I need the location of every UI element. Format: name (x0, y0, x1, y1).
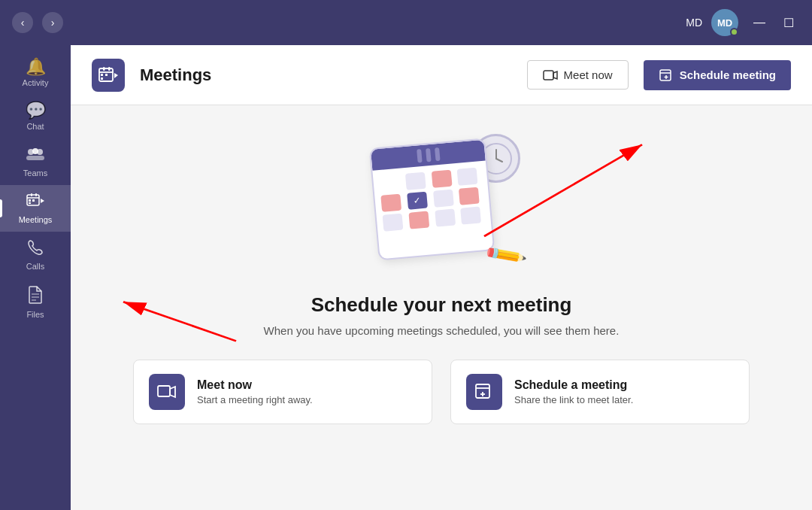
main-content: ✓ ✏️ Schedule your next meeting When you… (71, 105, 812, 510)
meet-now-button[interactable]: Meet now (527, 60, 629, 90)
activity-icon: 🔔 (26, 59, 46, 75)
svg-rect-25 (660, 70, 671, 80)
back-button[interactable]: ‹ (12, 12, 33, 33)
schedule-meeting-card-title: Schedule a meeting (514, 378, 633, 392)
sidebar-label-chat: Chat (26, 122, 44, 131)
presence-badge (730, 28, 738, 36)
titlebar-right: MD MD — ☐ (686, 9, 800, 36)
schedule-heading: Schedule your next meeting (311, 293, 572, 317)
minimize-button[interactable]: — (747, 13, 771, 33)
meet-now-label: Meet now (564, 68, 613, 81)
sidebar-label-meetings: Meetings (19, 215, 53, 224)
nav-buttons: ‹ › (12, 12, 63, 33)
schedule-meeting-card[interactable]: Schedule a meeting Share the link to mee… (450, 360, 750, 424)
app-body: 🔔 Activity 💬 Chat Teams (0, 45, 812, 510)
maximize-button[interactable]: ☐ (777, 13, 800, 33)
titlebar: ‹ › MD MD — ☐ (0, 0, 812, 45)
schedule-meeting-card-desc: Share the link to meet later. (514, 394, 633, 405)
schedule-meeting-card-text: Schedule a meeting Share the link to mee… (514, 378, 633, 405)
sidebar-item-files[interactable]: Files (0, 278, 71, 326)
meetings-icon (26, 193, 44, 212)
svg-point-2 (32, 148, 38, 154)
meet-now-card-desc: Start a meeting right away. (197, 394, 313, 405)
schedule-meeting-card-icon (466, 374, 502, 410)
svg-marker-24 (553, 71, 557, 79)
meet-now-card[interactable]: Meet now Start a meeting right away. (133, 360, 432, 424)
sidebar-label-files: Files (26, 310, 44, 319)
meet-now-card-text: Meet now Start a meeting right away. (197, 378, 313, 405)
meet-now-card-icon (149, 374, 185, 410)
teams-icon (26, 146, 44, 165)
svg-rect-10 (29, 202, 31, 204)
sidebar-item-meetings[interactable]: Meetings (0, 185, 71, 232)
svg-line-40 (123, 302, 236, 341)
svg-rect-3 (26, 156, 44, 160)
svg-marker-33 (170, 387, 175, 397)
content-area: Meetings Meet now Schedule meeting (71, 45, 812, 510)
svg-rect-16 (103, 67, 105, 71)
meetings-header-icon (92, 59, 125, 92)
forward-button[interactable]: › (42, 12, 63, 33)
chat-icon: 💬 (26, 102, 46, 119)
svg-rect-21 (101, 77, 103, 80)
svg-rect-6 (35, 193, 37, 196)
cards-row: Meet now Start a meeting right away. (133, 360, 750, 424)
sidebar: 🔔 Activity 💬 Chat Teams (0, 45, 71, 510)
svg-rect-20 (105, 74, 108, 76)
files-icon (28, 286, 43, 307)
svg-rect-32 (158, 386, 170, 396)
page-title: Meetings (140, 65, 512, 85)
window-controls: — ☐ (747, 13, 800, 33)
sidebar-label-activity: Activity (23, 78, 49, 87)
calls-icon (27, 239, 44, 259)
sidebar-label-calls: Calls (26, 262, 44, 271)
schedule-meeting-button[interactable]: Schedule meeting (644, 60, 791, 90)
calendar-body: ✓ (369, 138, 495, 261)
sidebar-item-teams[interactable]: Teams (0, 138, 71, 185)
svg-rect-8 (29, 199, 31, 202)
svg-rect-17 (108, 67, 111, 71)
meet-now-card-title: Meet now (197, 378, 313, 392)
content-header: Meetings Meet now Schedule meeting (71, 45, 812, 105)
schedule-meeting-label: Schedule meeting (680, 68, 776, 81)
sidebar-item-chat[interactable]: 💬 Chat (0, 95, 71, 138)
svg-marker-22 (114, 73, 118, 78)
sidebar-item-calls[interactable]: Calls (0, 232, 71, 278)
user-label: MD (686, 17, 702, 29)
svg-rect-23 (544, 71, 553, 80)
svg-rect-5 (31, 193, 32, 196)
svg-rect-19 (101, 74, 103, 76)
svg-rect-9 (32, 199, 35, 202)
avatar-initials: MD (717, 17, 732, 29)
svg-marker-11 (41, 199, 44, 203)
sidebar-label-teams: Teams (23, 168, 47, 178)
calendar-illustration: ✓ ✏️ (359, 128, 524, 278)
schedule-subtitle: When you have upcoming meetings schedule… (264, 324, 620, 337)
avatar[interactable]: MD (711, 9, 738, 36)
sidebar-item-activity[interactable]: 🔔 Activity (0, 51, 71, 95)
